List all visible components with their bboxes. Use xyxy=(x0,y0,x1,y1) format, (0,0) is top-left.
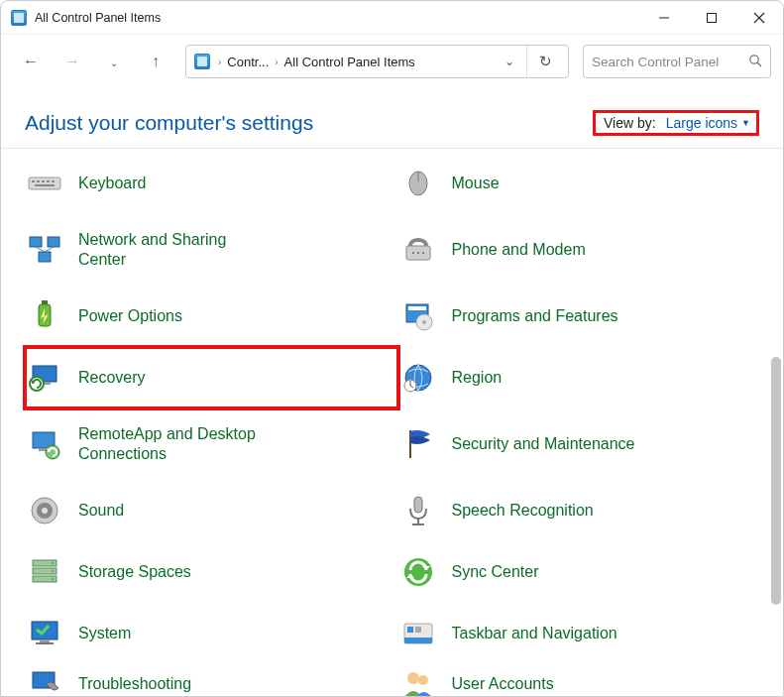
breadcrumb-segment[interactable]: Contr... xyxy=(225,55,271,69)
power-icon xyxy=(25,296,64,336)
svg-point-55 xyxy=(52,578,54,580)
svg-rect-16 xyxy=(48,237,59,247)
item-keyboard[interactable]: Keyboard xyxy=(25,153,398,214)
item-label: Sound xyxy=(78,501,124,521)
view-by-selector[interactable]: View by: Large icons ▼ xyxy=(593,110,759,136)
up-button[interactable]: ↑ xyxy=(138,44,173,79)
mouse-icon xyxy=(398,164,438,203)
item-label: Speech Recognition xyxy=(452,501,594,521)
item-label: Troubleshooting xyxy=(78,674,191,694)
remoteapp-icon xyxy=(25,424,64,464)
control-panel-icon xyxy=(194,54,210,69)
address-dropdown-button[interactable]: ⌄ xyxy=(497,55,522,68)
minimize-button[interactable] xyxy=(640,1,688,34)
svg-rect-25 xyxy=(42,300,48,304)
item-label: Mouse xyxy=(452,174,500,193)
item-label: Recovery xyxy=(78,368,146,388)
svg-rect-11 xyxy=(52,180,55,182)
microphone-icon xyxy=(398,491,438,530)
svg-rect-64 xyxy=(407,627,413,633)
item-remoteapp[interactable]: RemoteApp and Desktop Connections xyxy=(25,408,398,480)
window-title: All Control Panel Items xyxy=(35,11,161,25)
item-sound[interactable]: Sound xyxy=(25,480,398,541)
item-label: Region xyxy=(452,368,503,388)
svg-rect-15 xyxy=(30,237,42,247)
search-icon xyxy=(748,54,762,70)
page-title: Adjust your computer's settings xyxy=(25,111,313,135)
view-by-value-text: Large icons xyxy=(666,115,737,131)
user-accounts-icon xyxy=(398,664,438,696)
content-area: Keyboard Mouse Network and Sharing Cente… xyxy=(1,148,783,696)
item-power-options[interactable]: Power Options xyxy=(25,286,398,347)
item-label: User Accounts xyxy=(452,674,554,694)
item-label: Phone and Modem xyxy=(452,240,586,260)
region-icon xyxy=(398,358,438,398)
page-header: Adjust your computer's settings View by:… xyxy=(1,88,783,148)
item-security-maintenance[interactable]: Security and Maintenance xyxy=(398,408,772,480)
item-label: Keyboard xyxy=(78,174,147,193)
svg-point-46 xyxy=(42,508,48,514)
svg-point-54 xyxy=(52,570,54,572)
item-label: Storage Spaces xyxy=(78,562,191,582)
svg-line-5 xyxy=(757,62,761,66)
breadcrumb-segment[interactable]: All Control Panel Items xyxy=(282,55,417,69)
item-label: Power Options xyxy=(78,306,182,326)
svg-rect-60 xyxy=(40,639,50,642)
item-label: Sync Center xyxy=(452,562,539,582)
item-user-accounts[interactable]: User Accounts xyxy=(398,664,772,696)
svg-rect-8 xyxy=(37,180,40,182)
svg-point-67 xyxy=(407,672,419,684)
system-icon xyxy=(25,614,64,653)
chevron-right-icon[interactable]: › xyxy=(214,57,225,67)
history-dropdown-button[interactable]: ⌄ xyxy=(96,44,132,79)
svg-line-19 xyxy=(45,247,54,252)
svg-rect-6 xyxy=(29,177,60,189)
item-speech-recognition[interactable]: Speech Recognition xyxy=(398,480,772,541)
item-network-sharing[interactable]: Network and Sharing Center xyxy=(25,214,398,286)
search-placeholder: Search Control Panel xyxy=(592,55,748,69)
item-label: Security and Maintenance xyxy=(452,434,635,454)
back-button[interactable]: ← xyxy=(13,44,49,79)
item-storage-spaces[interactable]: Storage Spaces xyxy=(25,541,398,603)
svg-point-68 xyxy=(418,675,428,685)
refresh-button[interactable]: ↻ xyxy=(526,46,564,77)
search-input[interactable]: Search Control Panel xyxy=(583,45,771,78)
svg-rect-17 xyxy=(39,252,51,262)
dropdown-icon: ▼ xyxy=(741,118,750,128)
item-phone-modem[interactable]: Phone and Modem xyxy=(398,214,772,286)
item-sync-center[interactable]: Sync Center xyxy=(398,541,772,603)
item-taskbar-navigation[interactable]: Taskbar and Navigation xyxy=(398,603,772,664)
svg-rect-65 xyxy=(415,627,421,633)
phone-icon xyxy=(398,230,438,270)
item-troubleshooting[interactable]: Troubleshooting xyxy=(25,664,398,696)
item-region[interactable]: Region xyxy=(398,347,772,408)
svg-rect-63 xyxy=(404,638,432,643)
network-icon xyxy=(25,230,64,270)
chevron-right-icon[interactable]: › xyxy=(271,57,281,67)
svg-rect-12 xyxy=(35,184,55,186)
programs-icon xyxy=(398,296,438,336)
item-mouse[interactable]: Mouse xyxy=(398,153,772,214)
navigation-toolbar: ← → ⌄ ↑ › Contr... › All Control Panel I… xyxy=(1,35,783,88)
window-controls xyxy=(640,1,783,34)
troubleshooting-icon xyxy=(25,664,64,696)
svg-line-18 xyxy=(36,247,45,252)
vertical-scrollbar[interactable] xyxy=(771,357,781,605)
view-by-value[interactable]: Large icons ▼ xyxy=(666,115,750,131)
close-button[interactable] xyxy=(735,1,783,34)
item-programs-features[interactable]: Programs and Features xyxy=(398,286,772,347)
window-titlebar: All Control Panel Items xyxy=(1,1,783,35)
forward-button[interactable]: → xyxy=(55,44,90,79)
keyboard-icon xyxy=(25,164,64,203)
recovery-icon xyxy=(25,358,64,398)
sync-icon xyxy=(398,552,438,592)
item-recovery[interactable]: Recovery xyxy=(25,347,398,408)
item-system[interactable]: System xyxy=(25,603,398,664)
address-bar[interactable]: › Contr... › All Control Panel Items ⌄ ↻ xyxy=(185,45,569,78)
svg-point-4 xyxy=(750,55,758,62)
item-label: System xyxy=(78,624,131,643)
storage-icon xyxy=(25,552,64,592)
view-by-label: View by: xyxy=(604,115,656,131)
maximize-button[interactable] xyxy=(688,1,735,34)
svg-rect-28 xyxy=(408,306,426,310)
